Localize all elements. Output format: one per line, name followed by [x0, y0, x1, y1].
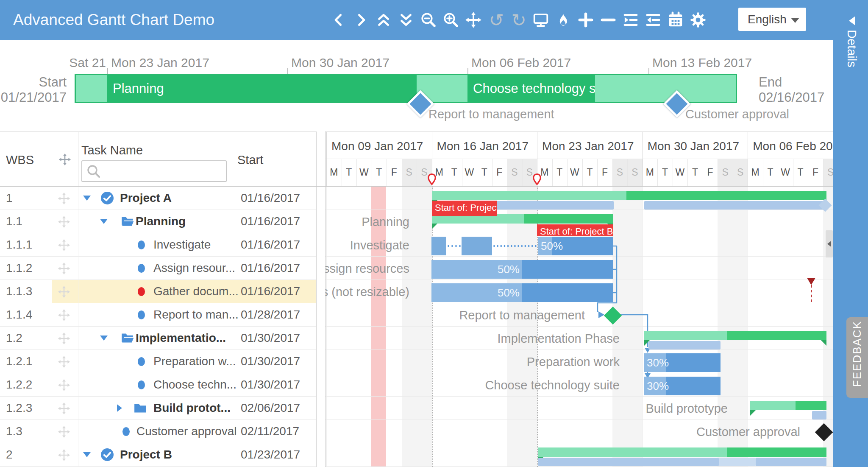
move-icon[interactable]: [465, 11, 483, 29]
summary-bar[interactable]: [538, 447, 826, 457]
row-drag-handle[interactable]: [58, 239, 70, 252]
row-drag-handle[interactable]: [58, 402, 70, 415]
task-bar[interactable]: 50%: [538, 237, 613, 255]
table-row[interactable]: 1.1.3Gather docum...01/16/2017: [0, 280, 326, 303]
summary-bar[interactable]: [432, 191, 826, 200]
chart-task-label: Gather documents (not resizable): [326, 285, 409, 299]
table-row[interactable]: 1.2.1Preparation w...01/30/2017: [0, 350, 326, 373]
panel-collapse-handle[interactable]: [826, 230, 833, 257]
day-header-cell: T: [763, 159, 778, 187]
day-separator: [657, 159, 658, 187]
start-date-cell: 01/16/2017: [241, 210, 300, 233]
chart-task-label: Build prototype: [431, 402, 728, 416]
overview-start-label: Start01/21/2017: [0, 75, 67, 105]
redo-icon[interactable]: ↻: [510, 11, 528, 29]
task-dot-icon: [138, 380, 145, 389]
wbs-cell: 1.2.2: [6, 373, 32, 396]
fire-icon[interactable]: [555, 11, 573, 29]
tree-caret-down-icon[interactable]: [100, 219, 108, 224]
minus-icon[interactable]: [600, 11, 618, 29]
angles-down-icon[interactable]: [398, 11, 415, 29]
progress-percent-label: 30%: [647, 353, 669, 372]
tree-caret-down-icon[interactable]: [83, 452, 91, 457]
table-row[interactable]: 1.3Customer approval02/11/2017: [0, 420, 326, 443]
table-row[interactable]: 1.2Implementatio...01/30/2017: [0, 327, 326, 350]
row-drag-handle[interactable]: [58, 425, 70, 438]
table-row[interactable]: 1.1.2Assign resour...01/16/2017: [0, 257, 326, 280]
event-flag[interactable]: Start of: Project A: [432, 201, 497, 216]
day-header-cell: T: [477, 159, 492, 187]
row-drag-handle[interactable]: [58, 309, 70, 322]
row-drag-handle[interactable]: [58, 332, 70, 345]
day-header-cell: S: [402, 159, 417, 187]
overview-segment[interactable]: Planning: [107, 75, 417, 102]
task-bar[interactable]: 30%: [644, 377, 721, 395]
task-search-input[interactable]: [81, 160, 227, 182]
task-bar-segment[interactable]: [431, 237, 446, 255]
chevron-left-icon[interactable]: [330, 11, 348, 29]
indent-icon[interactable]: [622, 11, 640, 29]
zoom-out-icon[interactable]: [420, 11, 438, 29]
row-drag-handle[interactable]: [58, 215, 70, 228]
day-header-cell: W: [356, 159, 372, 187]
row-drag-handle[interactable]: [58, 262, 70, 275]
calendar-icon[interactable]: [667, 11, 685, 29]
row-drag-handle[interactable]: [58, 285, 70, 298]
chevron-right-icon[interactable]: [353, 11, 370, 29]
wbs-column-header[interactable]: WBS: [6, 153, 34, 167]
row-drag-handle[interactable]: [58, 449, 70, 461]
table-chart-splitter[interactable]: [316, 131, 326, 467]
tree-caret-down-icon[interactable]: [100, 336, 108, 341]
day-header-cell: T: [372, 159, 387, 187]
table-row[interactable]: 2Project B01/23/2017: [0, 443, 326, 467]
start-date-cell: 01/30/2017: [241, 327, 300, 350]
timeline-pin-marker-icon[interactable]: [427, 173, 437, 186]
desktop-icon[interactable]: [532, 11, 550, 29]
table-row[interactable]: 1.1.1Investigate01/16/2017: [0, 233, 326, 257]
start-date-cell: 01/30/2017: [241, 350, 300, 373]
overview-tick-label: Mon 23 Jan 2017: [111, 56, 209, 70]
day-separator: [627, 159, 628, 187]
task-bar[interactable]: 30%: [644, 353, 721, 372]
table-row[interactable]: 1.2.2Choose techn...01/30/2017: [0, 373, 326, 397]
day-header-cell: M: [748, 159, 763, 187]
day-separator: [808, 159, 808, 187]
summary-bar[interactable]: [750, 401, 826, 410]
table-row[interactable]: 1.2.3Build protot...02/06/2017: [0, 397, 326, 420]
tree-caret-right-icon[interactable]: [117, 404, 122, 412]
table-row[interactable]: 1.1.4Report to man...01/28/2017: [0, 303, 326, 327]
task-bar[interactable]: 50%: [431, 283, 613, 302]
timeline-pin-marker-icon[interactable]: [532, 173, 542, 186]
table-row[interactable]: 1Project A01/16/2017: [0, 187, 326, 210]
table-row[interactable]: 1.1Planning01/16/2017: [0, 210, 326, 233]
row-drag-handle[interactable]: [58, 355, 70, 368]
start-date-cell: 01/28/2017: [241, 303, 300, 326]
day-header-cell: F: [703, 159, 718, 187]
overview-bar[interactable]: PlanningChoose technology suite: [75, 74, 737, 103]
angles-up-icon[interactable]: [375, 11, 393, 29]
row-drag-handle[interactable]: [58, 192, 70, 205]
task-bar[interactable]: 50%: [431, 260, 613, 279]
day-header-cell: F: [597, 159, 612, 187]
gear-icon[interactable]: [690, 11, 707, 29]
split-task-dots: [448, 245, 461, 247]
week-header-label: Mon 09 Jan 2017: [331, 140, 423, 153]
summary-bar[interactable]: [644, 331, 826, 340]
overview-segment[interactable]: Choose technology suite: [467, 75, 595, 102]
task-name-column-header[interactable]: Task Name: [81, 143, 143, 157]
language-select[interactable]: English: [738, 8, 806, 31]
table-header: WBS Task Name Start: [0, 131, 326, 187]
task-bar-segment[interactable]: [462, 237, 492, 255]
start-column-header[interactable]: Start: [237, 153, 263, 167]
plus-icon[interactable]: [577, 11, 595, 29]
chart-timescale: Mon 09 Jan 2017Mon 16 Jan 2017Mon 23 Jan…: [326, 131, 833, 187]
day-separator: [552, 159, 553, 187]
undo-icon[interactable]: ↺: [487, 11, 505, 29]
outdent-icon[interactable]: [645, 11, 662, 29]
zoom-in-icon[interactable]: [442, 11, 460, 29]
row-drag-handle[interactable]: [58, 379, 70, 391]
event-flag[interactable]: Start of: Project B: [537, 224, 613, 236]
tree-caret-down-icon[interactable]: [83, 196, 91, 201]
feedback-button[interactable]: FEEDBACK: [846, 317, 868, 398]
day-header-cell: S: [718, 159, 733, 187]
